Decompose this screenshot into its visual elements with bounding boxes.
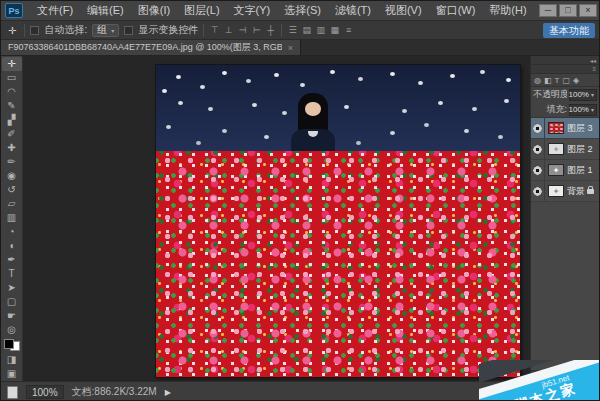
lock-icon	[587, 189, 594, 194]
eyedropper-tool[interactable]: ✐	[2, 127, 22, 141]
align-top-icon[interactable]: ⊤	[209, 25, 220, 35]
menu-edit[interactable]: 编辑(E)	[80, 1, 131, 20]
eye-icon	[533, 166, 542, 175]
layer-row-layer1[interactable]: ✦ 图层 1	[531, 160, 599, 181]
panel-empty-area	[531, 202, 599, 370]
distribute-top-icon[interactable]: ☰	[287, 25, 298, 35]
separator	[281, 24, 282, 37]
distribute-bottom-icon[interactable]: ▥	[315, 25, 326, 35]
menu-bar: Ps 文件(F) 编辑(E) 图像(I) 图层(L) 文字(Y) 选择(S) 滤…	[1, 1, 599, 21]
filter-pixel-icon[interactable]: ◍	[534, 76, 541, 85]
menu-image[interactable]: 图像(I)	[131, 1, 177, 20]
brush-tool[interactable]: ✏	[2, 155, 22, 169]
opacity-value: 100%	[569, 90, 589, 99]
workspace-switcher-button[interactable]: 基本功能	[543, 23, 595, 38]
status-expand-icon[interactable]: ▶	[165, 388, 171, 397]
align-center-icon[interactable]: ┼	[265, 25, 276, 35]
tool-options-bar: ✛ 自动选择: 组 ▾ 显示变换控件 ⊤ ⊥ ⊣ ⊢ ┼ ☰ ▤ ▥ ▦ ≡ 基…	[1, 21, 599, 40]
minimize-button[interactable]: ─	[539, 4, 557, 17]
menu-type[interactable]: 文字(Y)	[227, 1, 278, 20]
canvas-area	[23, 56, 530, 381]
layer-row-layer2[interactable]: ✦ 图层 2	[531, 139, 599, 160]
layer-name: 图层 2	[567, 143, 593, 156]
zoom-tool[interactable]: ◎	[2, 323, 22, 337]
filter-type-icon[interactable]: T	[555, 76, 560, 85]
close-button[interactable]: ×	[579, 4, 597, 17]
zoom-level-field[interactable]: 100%	[26, 385, 64, 399]
document-canvas[interactable]	[156, 65, 520, 377]
menu-select[interactable]: 选择(S)	[277, 1, 328, 20]
document-tab-title: F90763386401DBB68740AA4E77E7E09A.jpg @ 1…	[8, 41, 282, 54]
panel-collapse-icon[interactable]: ◂◂	[590, 57, 596, 64]
align-bottom-icon[interactable]: ⊥	[223, 25, 234, 35]
gradient-tool[interactable]: ▥	[2, 211, 22, 225]
menu-view[interactable]: 视图(V)	[378, 1, 429, 20]
history-brush-tool[interactable]: ↺	[2, 183, 22, 197]
screen-mode-button[interactable]: ▣	[2, 367, 22, 381]
menu-file[interactable]: 文件(F)	[30, 1, 80, 20]
auto-select-checkbox[interactable]	[30, 26, 39, 35]
layer1-thumbnail[interactable]: ✦	[548, 164, 564, 176]
filter-adjustment-icon[interactable]: ◧	[544, 76, 552, 85]
layer3-thumbnail[interactable]	[548, 122, 564, 134]
quick-select-tool[interactable]: ✎	[2, 99, 22, 113]
foreground-color-swatch[interactable]	[4, 339, 14, 349]
panel-header-bar2: ≡	[531, 65, 599, 74]
filter-shape-icon[interactable]: ▢	[562, 76, 570, 85]
show-transform-checkbox[interactable]	[124, 26, 133, 35]
distribute-icons-group: ☰ ▤ ▥ ▦ ≡	[287, 25, 354, 35]
tab-close-icon[interactable]: ×	[288, 43, 293, 53]
shape-tool[interactable]: ▢	[2, 295, 22, 309]
eraser-tool[interactable]: ▱	[2, 197, 22, 211]
distribute-middle-icon[interactable]: ▤	[301, 25, 312, 35]
marquee-tool[interactable]: ▭	[2, 71, 22, 85]
visibility-cell[interactable]	[531, 160, 545, 180]
fill-value-dropdown[interactable]: 100% ▾	[569, 104, 597, 116]
visibility-cell[interactable]	[531, 139, 545, 159]
menu-layer[interactable]: 图层(L)	[177, 1, 226, 20]
layer-row-layer3[interactable]: 图层 3	[531, 118, 599, 139]
quick-mask-button[interactable]: ◨	[2, 353, 22, 367]
menu-window[interactable]: 窗口(W)	[429, 1, 483, 20]
menu-filter[interactable]: 滤镜(T)	[328, 1, 378, 20]
window-controls: ─ □ ×	[539, 4, 597, 17]
auto-select-label: 自动选择:	[44, 23, 87, 37]
move-tool-preset-icon[interactable]: ✛	[5, 25, 19, 36]
align-icons-group: ⊤ ⊥ ⊣ ⊢ ┼	[209, 25, 276, 35]
fill-label: 填充:	[533, 103, 567, 116]
lasso-tool[interactable]: ◠	[2, 85, 22, 99]
panel-header-bar: ◂◂	[531, 56, 599, 65]
distribute-right-icon[interactable]: ≡	[343, 25, 354, 35]
background-thumbnail[interactable]: ✦	[548, 185, 564, 197]
separator	[203, 24, 204, 37]
blur-tool[interactable]: ◔	[2, 225, 22, 239]
hand-tool[interactable]: ☛	[2, 309, 22, 323]
dodge-tool[interactable]: ◖	[2, 239, 22, 253]
opacity-value-dropdown[interactable]: 100% ▾	[569, 89, 597, 101]
fill-row: 填充: 100% ▾	[531, 102, 599, 117]
move-tool[interactable]: ✛	[2, 57, 22, 71]
layer-list: 图层 3 ✦ 图层 2 ✦ 图层 1 ✦ 背景	[531, 117, 599, 202]
visibility-cell[interactable]	[531, 118, 545, 138]
eye-icon	[533, 145, 542, 154]
menu-help[interactable]: 帮助(H)	[482, 1, 533, 20]
chevron-down-icon: ▾	[591, 106, 594, 113]
type-tool[interactable]: T	[2, 267, 22, 281]
crop-tool[interactable]: ▞	[2, 113, 22, 127]
distribute-left-icon[interactable]: ▦	[329, 25, 340, 35]
filter-smart-object-icon[interactable]: ◈	[573, 76, 579, 85]
layer-row-background[interactable]: ✦ 背景	[531, 181, 599, 202]
pen-tool[interactable]: ✒	[2, 253, 22, 267]
layer2-thumbnail[interactable]: ✦	[548, 143, 564, 155]
clone-stamp-tool[interactable]: ◉	[2, 169, 22, 183]
healing-brush-tool[interactable]: ✚	[2, 141, 22, 155]
align-right-icon[interactable]: ⊢	[251, 25, 262, 35]
visibility-cell[interactable]	[531, 181, 545, 201]
panel-menu-icon[interactable]: ≡	[592, 66, 596, 72]
photoshop-logo-icon: Ps	[5, 3, 23, 18]
maximize-button[interactable]: □	[559, 4, 577, 17]
path-select-tool[interactable]: ➤	[2, 281, 22, 295]
align-left-icon[interactable]: ⊣	[237, 25, 248, 35]
auto-select-dropdown[interactable]: 组 ▾	[92, 24, 119, 37]
document-tab[interactable]: F90763386401DBB68740AA4E77E7E09A.jpg @ 1…	[1, 40, 301, 55]
